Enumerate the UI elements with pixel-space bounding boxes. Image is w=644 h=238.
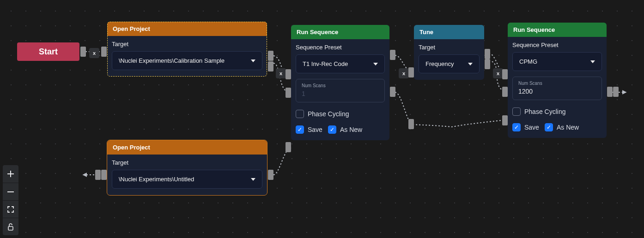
select-value: \Nuclei Experiments\Untitled bbox=[119, 176, 194, 183]
port-run2-out-2[interactable] bbox=[613, 87, 619, 97]
port-open1-in[interactable] bbox=[101, 47, 107, 57]
save-label: Save bbox=[524, 124, 539, 131]
node-open-project-1[interactable]: Open Project Target \Nuclei Experiments\… bbox=[107, 22, 267, 77]
plus-icon bbox=[7, 171, 14, 177]
port-open2-in-b[interactable] bbox=[95, 170, 101, 180]
svg-rect-0 bbox=[7, 191, 14, 192]
unlock-icon bbox=[7, 223, 14, 231]
select-value: Frequency bbox=[425, 60, 454, 67]
preset-label: Sequence Preset bbox=[512, 42, 602, 48]
port-tune-in-2[interactable] bbox=[408, 119, 414, 129]
select-value: T1 Inv-Rec Code bbox=[303, 60, 348, 67]
chevron-down-icon bbox=[373, 63, 378, 65]
port-run1-out[interactable] bbox=[390, 50, 395, 60]
node-tune[interactable]: Tune Target Frequency bbox=[414, 25, 484, 80]
node-header: Open Project bbox=[107, 22, 267, 36]
zoom-in-button[interactable] bbox=[3, 165, 18, 183]
node-run-sequence-1[interactable]: Run Sequence Sequence Preset T1 Inv-Rec … bbox=[291, 25, 389, 140]
preset-select[interactable]: T1 Inv-Rec Code bbox=[296, 54, 385, 73]
numscans-input-wrap[interactable]: Num Scans 1200 bbox=[512, 77, 602, 100]
port-tune-in[interactable] bbox=[408, 67, 414, 77]
port-open1-out-b[interactable] bbox=[268, 61, 273, 71]
select-value: CPMG bbox=[519, 58, 537, 65]
node-header: Run Sequence bbox=[508, 23, 607, 37]
save-checkbox[interactable] bbox=[296, 125, 304, 134]
numscans-input[interactable]: 1 bbox=[302, 90, 379, 97]
port-run2-in-c[interactable] bbox=[502, 115, 508, 125]
port-run1-in-b[interactable] bbox=[286, 88, 291, 98]
port-run2-in-a[interactable] bbox=[502, 69, 508, 79]
asnew-checkbox[interactable] bbox=[328, 125, 336, 134]
svg-rect-1 bbox=[8, 226, 13, 230]
port-open2-in-a[interactable] bbox=[101, 170, 107, 180]
close-button[interactable]: x bbox=[493, 68, 503, 78]
chevron-down-icon bbox=[468, 63, 473, 65]
numscans-label: Num Scans bbox=[302, 83, 379, 88]
minus-icon bbox=[7, 189, 14, 195]
port-tune-out-a[interactable] bbox=[485, 49, 490, 59]
port-tune-out-b[interactable] bbox=[485, 59, 490, 69]
port-run1-out-2[interactable] bbox=[390, 87, 395, 97]
close-button[interactable]: x bbox=[276, 68, 286, 78]
port-run2-out[interactable] bbox=[607, 87, 613, 97]
asnew-checkbox[interactable] bbox=[545, 123, 553, 131]
phase-checkbox[interactable] bbox=[512, 107, 521, 116]
close-button[interactable]: x bbox=[89, 48, 99, 58]
zoom-out-button[interactable] bbox=[3, 183, 18, 200]
start-label: Start bbox=[39, 47, 58, 57]
edge-tune-down-to-run2 bbox=[413, 120, 506, 127]
port-run2-in-b[interactable] bbox=[502, 87, 508, 97]
chevron-down-icon bbox=[251, 178, 255, 181]
target-select[interactable]: \Nuclei Experiments\Calibration Sample bbox=[112, 51, 262, 70]
node-header: Open Project bbox=[107, 140, 267, 155]
asnew-label: As New bbox=[340, 126, 362, 133]
target-label: Target bbox=[419, 44, 480, 51]
start-node[interactable]: Start bbox=[17, 42, 79, 61]
target-select[interactable]: Frequency bbox=[419, 54, 480, 73]
fit-button[interactable] bbox=[3, 200, 18, 218]
port-run1-in-c[interactable] bbox=[286, 142, 291, 152]
flow-canvas[interactable]: Start x Open Project Target \Nuclei Expe… bbox=[0, 0, 644, 238]
numscans-label: Num Scans bbox=[518, 81, 596, 86]
select-value: \Nuclei Experiments\Calibration Sample bbox=[119, 57, 225, 64]
port-start-out[interactable] bbox=[80, 47, 86, 57]
node-open-project-2[interactable]: Open Project Target \Nuclei Experiments\… bbox=[107, 140, 267, 195]
preset-label: Sequence Preset bbox=[296, 44, 385, 51]
port-open2-out[interactable] bbox=[268, 170, 273, 180]
numscans-input[interactable]: 1200 bbox=[518, 88, 596, 95]
save-label: Save bbox=[308, 126, 322, 133]
numscans-input-wrap[interactable]: Num Scans 1 bbox=[296, 79, 385, 102]
save-checkbox[interactable] bbox=[512, 123, 521, 131]
chevron-down-icon bbox=[590, 60, 595, 63]
lock-button[interactable] bbox=[3, 218, 18, 235]
node-header: Run Sequence bbox=[291, 25, 389, 39]
target-label: Target bbox=[112, 159, 262, 166]
node-run-sequence-2[interactable]: Run Sequence Sequence Preset CPMG Num Sc… bbox=[508, 23, 607, 138]
preset-select[interactable]: CPMG bbox=[512, 52, 602, 71]
target-label: Target bbox=[112, 41, 262, 48]
fullscreen-icon bbox=[7, 206, 14, 213]
phase-checkbox[interactable] bbox=[296, 110, 304, 118]
phase-label: Phase Cycling bbox=[524, 108, 566, 115]
phase-label: Phase Cycling bbox=[308, 110, 349, 118]
chevron-down-icon bbox=[251, 60, 255, 62]
asnew-label: As New bbox=[557, 124, 579, 131]
port-run1-in-a[interactable] bbox=[286, 69, 291, 79]
node-header: Tune bbox=[414, 25, 484, 39]
canvas-toolbar bbox=[3, 165, 18, 235]
port-open1-out-a[interactable] bbox=[268, 51, 273, 61]
target-select[interactable]: \Nuclei Experiments\Untitled bbox=[112, 170, 262, 189]
close-button[interactable]: x bbox=[399, 68, 409, 78]
